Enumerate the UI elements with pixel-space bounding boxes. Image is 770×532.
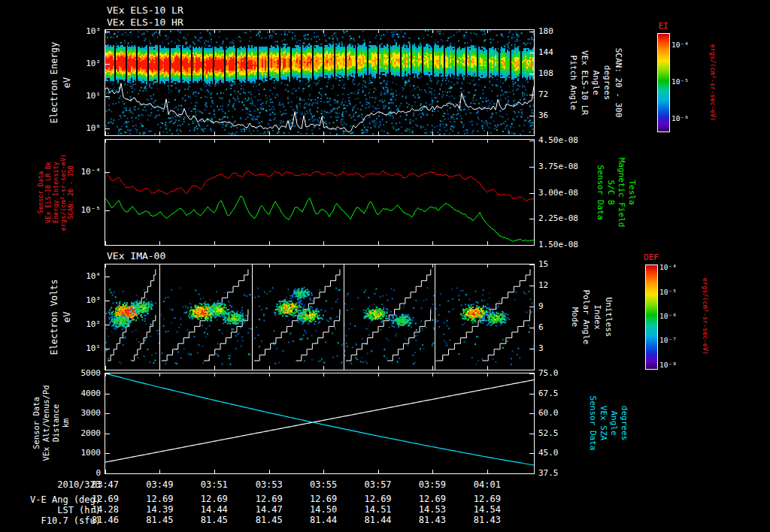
table-value-r0-c2: 12.69 — [190, 494, 238, 503]
bfield-tick-4: 1.50e-08 — [538, 240, 578, 249]
ima-cbar-units-line-0: ergs/(cm²-sr-sec-eV) — [702, 278, 709, 355]
mode-label-line-2: Index — [593, 304, 602, 329]
table-value-r0-c5: 12.69 — [354, 494, 402, 503]
mode-tick-2: 9 — [538, 302, 544, 311]
table-value-r1-c4: 14.50 — [299, 505, 347, 514]
table-value-r1-c2: 14.44 — [190, 505, 238, 514]
pitch-angle-label-line-1: VEx ELS-10 LR — [581, 50, 589, 115]
time-tick-7: 04:01 — [463, 480, 511, 489]
table-value-r1-c6: 14.53 — [408, 505, 456, 514]
ima-cbar-tick-2: 10⁻⁶ — [659, 312, 677, 321]
altitude-sza-panel — [105, 373, 535, 474]
table-value-r0-c6: 12.69 — [408, 494, 456, 503]
intensity-ylabel-line-2: Energy Intensity — [53, 162, 59, 223]
els-spectrogram-panel — [105, 29, 535, 136]
mode-tick-0: 15 — [538, 260, 548, 269]
sza-label-line-2: Angle — [610, 410, 618, 435]
table-value-r1-c0: 14.28 — [81, 505, 129, 514]
pitch-angle-label-line-0: Pitch Angle — [569, 56, 578, 110]
table-value-r2-c2: 81.45 — [190, 515, 238, 524]
table-value-r1-c5: 14.51 — [354, 505, 402, 514]
table-value-r0-c7: 12.69 — [463, 494, 511, 503]
pitch-angle-label-line-2: Angle — [592, 70, 600, 95]
table-value-r1-c7: 14.54 — [463, 505, 511, 514]
ima-colorbar-title: DEF — [638, 252, 664, 262]
table-value-r2-c7: 81.43 — [463, 515, 511, 524]
bfield-tick-0: 4.50e-08 — [538, 136, 578, 145]
intensity-ylabel-line-3: ergs/(cm²-sr-sec-eV) — [60, 154, 67, 231]
table-value-r2-c5: 81.44 — [354, 515, 402, 524]
time-tick-0: 03:47 — [81, 480, 129, 489]
ima-cbar-tick-3: 10⁻⁷ — [659, 336, 677, 345]
pitch-tick-1: 144 — [538, 48, 553, 57]
altitude-ylabel-line-1: VEx Alt/Venus/Pd — [42, 385, 50, 461]
mode-tick-3: 6 — [538, 323, 544, 332]
alt-ytick-0: 5000 — [48, 369, 101, 378]
intensity-bfield-canvas — [105, 140, 534, 245]
els-cbar-tick-1: 10⁻⁵ — [671, 77, 689, 86]
els-colorbar — [657, 33, 670, 132]
table-value-r0-c1: 12.69 — [135, 494, 183, 503]
sza-tick-2: 60.0 — [538, 409, 559, 418]
alt-ytick-5: 0 — [48, 469, 101, 478]
mode-tick-1: 12 — [538, 281, 548, 290]
altitude-ylabel-line-0: Sensor Data — [32, 397, 41, 449]
els-cbar-tick-0: 10⁻⁴ — [671, 41, 689, 50]
mode-label-line-3: Unitless — [605, 298, 613, 337]
intensity-ylabel-line-1: VEx ELS-10 LR Bk — [45, 162, 52, 223]
table-value-r2-c1: 81.45 — [135, 515, 183, 524]
els-ylabel-line-0: Electron Energy — [50, 42, 59, 123]
table-value-r0-c4: 12.69 — [299, 494, 347, 503]
time-tick-1: 03:49 — [135, 480, 183, 489]
table-value-r2-c4: 81.44 — [299, 515, 347, 524]
alt-ytick-4: 1000 — [48, 449, 101, 458]
intensity-bfield-panel — [105, 139, 535, 246]
els-cbar-tick-2: 10⁻⁶ — [671, 114, 689, 123]
altitude-sza-canvas — [105, 373, 534, 473]
ima-cbar-tick-0: 10⁻⁴ — [659, 263, 677, 272]
ima-cbar-tick-4: 10⁻⁸ — [659, 361, 677, 370]
table-value-r2-c0: 81.46 — [81, 515, 129, 524]
pitch-tick-4: 36 — [538, 111, 548, 120]
bfield-tick-2: 3.00e-08 — [538, 189, 578, 198]
time-tick-2: 03:51 — [190, 480, 238, 489]
els-hr-title: VEx ELS-10 HR — [107, 17, 183, 28]
sza-label-line-1: VEx SZA — [599, 406, 608, 440]
time-tick-3: 03:53 — [245, 480, 293, 489]
sza-tick-3: 52.5 — [538, 429, 559, 438]
time-tick-4: 03:55 — [299, 480, 347, 489]
ima-title: VEx IMA-00 — [107, 250, 165, 261]
sza-tick-1: 67.5 — [538, 389, 559, 398]
table-value-r1-c1: 14.39 — [135, 505, 183, 514]
els-ylabel-line-1: eV — [62, 77, 71, 88]
alt-ytick-1: 4000 — [48, 389, 101, 398]
table-value-r0-c3: 12.69 — [245, 494, 293, 503]
table-value-r2-c6: 81.43 — [408, 515, 456, 524]
mode-label-line-1: Polar Angle — [582, 290, 590, 345]
els-spectrogram-canvas — [105, 30, 534, 135]
els-lr-title: VEx ELS-10 LR — [107, 5, 183, 16]
ima-spectrogram-canvas — [105, 264, 534, 370]
altitude-ylabel-line-2: Distance — [52, 404, 60, 443]
ima-ylabel-line-1: eV — [62, 312, 71, 322]
ima-colorbar — [645, 264, 658, 370]
bfield-label-line-2: Magnetic Field — [617, 158, 626, 228]
ima-cbar-tick-1: 10⁻⁵ — [659, 288, 677, 297]
table-value-r1-c3: 14.47 — [245, 505, 293, 514]
mode-tick-4: 3 — [538, 344, 544, 353]
pitch-tick-0: 180 — [538, 27, 553, 36]
pitch-angle-label-line-3: degrees — [603, 65, 611, 100]
sza-label-line-0: Sensor Data — [589, 396, 597, 451]
bfield-tick-1: 3.75e-08 — [538, 162, 578, 171]
pitch-tick-3: 72 — [538, 90, 548, 99]
intensity-ylabel-line-0: Sensor Data — [38, 171, 44, 213]
bfield-label-line-0: Sensor Data — [596, 165, 605, 220]
ima-ylabel-line-0: Electron Volts — [50, 279, 59, 355]
ima-spectrogram-panel — [105, 264, 535, 370]
bfield-tick-3: 2.25e-08 — [538, 214, 578, 223]
bfield-label-line-1: S/C B — [607, 180, 615, 204]
sza-tick-0: 75.0 — [538, 369, 559, 378]
pitch-tick-2: 108 — [538, 69, 553, 78]
table-value-r2-c3: 81.45 — [245, 515, 293, 524]
intensity-ylabel-line-4: SCAN: 20 - 150 — [68, 165, 74, 219]
